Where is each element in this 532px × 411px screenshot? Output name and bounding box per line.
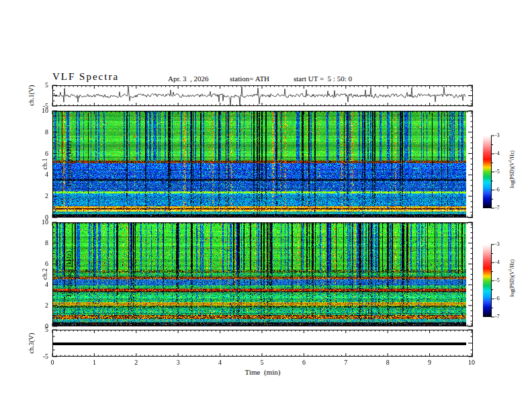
- colorbar1-tick-label: -3: [495, 133, 508, 138]
- colorbar2-unit-sup: 2: [508, 269, 512, 271]
- colorbar1-tick-label: -5: [495, 169, 508, 175]
- ch1-waveform-panel: [52, 85, 473, 106]
- time-axis-label: Time (min): [222, 369, 303, 375]
- ch3-waveform-panel: [52, 330, 473, 357]
- time-tick-label: 9: [422, 359, 438, 366]
- ch2-freq-tick-label: 6: [32, 261, 48, 267]
- ch2-spectrogram-panel: [52, 222, 473, 326]
- ch2-freq-tick-label: 8: [32, 240, 48, 246]
- time-tick-label: 7: [338, 359, 354, 366]
- colorbar1-unit-prefix: log(PSD)(V: [509, 162, 515, 188]
- ch1-freq-axis-label: ch.1 Frequency (kHz): [25, 133, 41, 195]
- ch1-freq-tick-label: 6: [32, 150, 48, 157]
- colorbar1-unit-sup: 2: [508, 160, 512, 162]
- time-tick-label: 1: [86, 359, 102, 366]
- ch2-freq-tick-label: 0: [32, 323, 48, 330]
- colorbar2-tick-label: -5: [495, 278, 508, 283]
- colorbar2-tick-label: -6: [495, 296, 508, 302]
- start-ut-label: start UT = 5 : 50: 0: [294, 75, 352, 83]
- time-tick-label: 6: [296, 359, 312, 366]
- colorbar1-tick-label: -6: [495, 187, 508, 193]
- time-tick-label: 8: [380, 359, 396, 366]
- ch1-freq-tick-label: 8: [32, 129, 48, 136]
- ch2-freq-axis-label-line2: Frequency (kHz): [65, 243, 73, 305]
- ch2-freq-tick-label: 10: [32, 219, 48, 226]
- ch1-freq-tick-label: 10: [32, 107, 48, 114]
- time-tick-label: 0: [44, 359, 60, 366]
- colorbar1-tick-label: -7: [495, 205, 508, 211]
- colorbar2-unit-prefix: log(PSD)(V: [509, 271, 515, 297]
- station-label: station= ATH: [230, 75, 269, 83]
- time-tick-label: 3: [170, 359, 186, 366]
- vlf-spectra-figure: VLF Spectra Apr. 3 , 2026 station= ATH s…: [0, 0, 532, 411]
- ch1-spectrogram-panel: [52, 111, 473, 218]
- ch2-freq-axis-label: ch.2 Frequency (kHz): [25, 243, 41, 305]
- ch3-flat-line: [53, 342, 466, 345]
- colorbar2-tick-label: -7: [495, 314, 508, 320]
- ch2-spectrogram-canvas: [53, 223, 466, 326]
- ch2-freq-axis-label-line1: ch.2: [41, 243, 49, 305]
- time-tick-label: 2: [128, 359, 144, 366]
- colorbar-ch2: [483, 244, 491, 317]
- ch1-freq-tick-label: 4: [32, 171, 48, 178]
- colorbar2-tick-label: -3: [495, 242, 508, 247]
- ch1-waveform-canvas: [53, 86, 472, 105]
- colorbar1-unit-suffix: /Hz): [509, 150, 515, 160]
- colorbar2-tick-label: -4: [495, 260, 508, 265]
- ch2-freq-tick-label: 4: [32, 281, 48, 288]
- time-tick-label: 4: [212, 359, 228, 366]
- ch2-freq-tick-label: 2: [32, 302, 48, 309]
- colorbar-ch1: [483, 136, 491, 208]
- ch1-freq-axis-label-line2: Frequency (kHz): [65, 133, 73, 195]
- figure-title: VLF Spectra: [52, 72, 119, 82]
- time-tick-label: 5: [254, 359, 270, 366]
- ch1-freq-axis-label-line1: ch.1: [41, 133, 49, 195]
- time-tick-label: 10: [463, 359, 480, 366]
- figure-date: Apr. 3 , 2026: [168, 75, 209, 83]
- ch1-freq-tick-label: 2: [32, 193, 48, 199]
- ch1-spectrogram-canvas: [53, 111, 466, 217]
- ch1-volt-tick-label: 5: [32, 82, 48, 89]
- colorbar2-unit-suffix: /Hz): [509, 259, 515, 269]
- colorbar1-tick-label: -4: [495, 151, 508, 156]
